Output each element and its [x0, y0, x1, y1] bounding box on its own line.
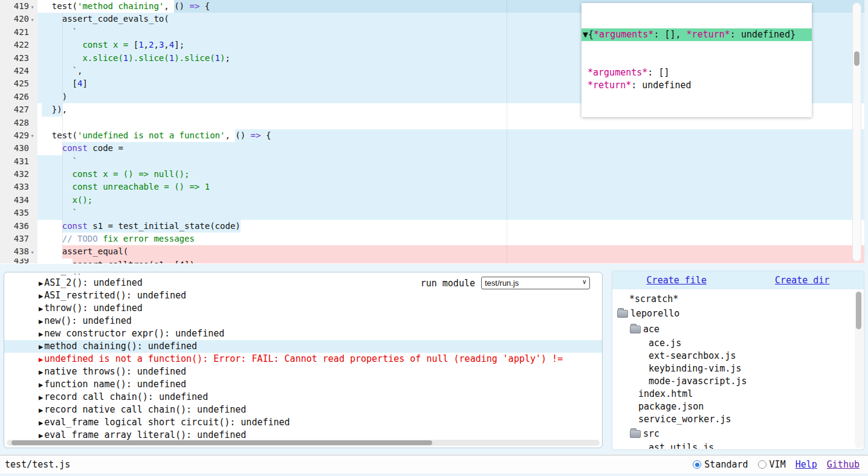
test-log-row[interactable]: ▶ASI_restrited(): undefined [4, 289, 602, 302]
fold-arrow-icon[interactable]: ▾ [30, 4, 34, 10]
test-log-row[interactable]: ▶native throws(): undefined [4, 365, 602, 378]
code-line[interactable]: 432 const x = () => null(); [0, 168, 864, 181]
test-log-row[interactable]: ▶throw(): undefined [4, 302, 602, 315]
help-link[interactable]: Help [795, 459, 817, 470]
editor-scrollbar-thumb[interactable] [854, 51, 860, 66]
files-panel: Create file Create dir *scratch*leporell… [612, 271, 864, 450]
expand-triangle-icon[interactable]: ▶ [39, 393, 43, 402]
gutter-line-number[interactable]: 429▾ [0, 129, 37, 142]
tree-folder[interactable]: ace [612, 321, 855, 337]
code-line[interactable]: 437 // TODO fix error messages [0, 233, 864, 245]
tree-file[interactable]: *scratch* [612, 293, 855, 306]
code-line[interactable]: 433 const unreachable = () => 1 [0, 181, 864, 193]
gutter-line-number[interactable]: 437 [0, 233, 37, 245]
test-log-row[interactable]: ▶undefined is not a function(): Error: F… [4, 353, 602, 365]
test-log-row[interactable]: ▶record native call chain(): undefined [4, 404, 602, 416]
tree-folder[interactable]: src [612, 426, 855, 442]
gutter-line-number[interactable]: 431 [0, 155, 37, 168]
code-editor[interactable]: 419▾ test('method chaining', () => {420▾… [0, 0, 864, 264]
test-log-row[interactable]: ▶method chaining(): undefined [4, 340, 602, 353]
expand-triangle-icon[interactable]: ▶ [39, 292, 43, 300]
fold-arrow-icon[interactable]: ▾ [30, 249, 34, 256]
gutter-line-number[interactable]: 427 [0, 103, 37, 116]
standard-radio[interactable] [693, 460, 701, 469]
tree-folder[interactable]: leporello [612, 306, 855, 321]
expand-triangle-icon[interactable]: ▶ [39, 330, 43, 338]
expand-triangle-icon[interactable]: ▶ [39, 279, 43, 288]
code-line[interactable]: 439 assert_calltree(s1, [4]) [0, 259, 864, 263]
vim-radio[interactable] [758, 460, 766, 469]
gutter-line-number[interactable]: 421 [0, 26, 37, 39]
tree-file[interactable]: keybinding-vim.js [612, 362, 855, 375]
gutter-line-number[interactable]: 436 [0, 220, 37, 233]
test-log-row[interactable]: ▶eval_frame logical short circuit(): und… [4, 416, 602, 429]
tree-file[interactable]: ast_utils.js [612, 442, 855, 449]
gutter-line-number[interactable]: 424 [0, 65, 37, 77]
code-line[interactable]: 430 const code = [0, 142, 864, 155]
tree-file[interactable]: ext-searchbox.js [612, 350, 855, 362]
create-dir-link[interactable]: Create dir [775, 275, 829, 286]
gutter-line-number[interactable]: 434 [0, 194, 37, 207]
gutter-line-number[interactable]: 426 [0, 91, 37, 103]
gutter-line-number[interactable]: 430 [0, 142, 37, 155]
vim-mode-option[interactable]: VIM [758, 459, 786, 470]
files-scrollbar-thumb[interactable] [856, 292, 861, 329]
test-output-panel: run module test/run.js ∨ ▶ASI_1(): undef… [4, 272, 603, 448]
folder-icon [630, 326, 641, 333]
run-module-select[interactable]: test/run.js [481, 277, 590, 289]
code-line[interactable]: 435 ` [0, 207, 864, 219]
gutter-line-number[interactable]: 432 [0, 168, 37, 181]
tooltip-header[interactable]: ▼{*arguments*: [], *return*: undefined} [581, 28, 812, 41]
expand-triangle-icon[interactable]: ▶ [39, 343, 43, 351]
expand-triangle-icon[interactable]: ▶ [39, 274, 43, 275]
code-line[interactable]: 431 ` [0, 155, 864, 168]
tree-file[interactable]: index.html [612, 388, 855, 400]
gutter-line-number[interactable]: 422 [0, 39, 37, 51]
gutter-line-number[interactable]: 420▾ [0, 13, 37, 25]
tree-file[interactable]: mode-javascript.js [612, 375, 855, 388]
test-log-row[interactable]: ▶function name(): undefined [4, 378, 602, 391]
gutter-line-number[interactable]: 425 [0, 77, 37, 90]
gutter-line-number[interactable]: 433 [0, 181, 37, 193]
tree-file[interactable]: package.json [612, 400, 855, 413]
expand-triangle-icon[interactable]: ▶ [39, 317, 43, 326]
expand-triangle-icon[interactable]: ▶ [39, 419, 43, 427]
test-log-list: ▶ASI_1(): undefined▶ASI_2(): undefined▶A… [4, 274, 602, 442]
editor-vertical-scrollbar[interactable] [852, 2, 861, 262]
tooltip-row[interactable]: *arguments*: [] [581, 66, 812, 79]
log-horizontal-scrollbar[interactable] [7, 440, 600, 446]
code-line[interactable]: 434 x(); [0, 194, 864, 207]
expand-triangle-icon[interactable]: ▶ [39, 406, 43, 414]
gutter-line-number[interactable]: 439 [0, 259, 37, 263]
github-link[interactable]: Github [827, 459, 860, 470]
test-log-row[interactable]: ▶new constructor expr(): undefined [4, 327, 602, 340]
gutter-line-number[interactable]: 419▾ [0, 0, 37, 13]
expand-triangle-icon[interactable]: ▶ [39, 304, 43, 313]
expand-triangle-icon[interactable]: ▶ [39, 355, 43, 364]
gutter-line-number[interactable]: 435 [0, 207, 37, 219]
tree-file[interactable]: ace.js [612, 337, 855, 350]
fold-arrow-icon[interactable]: ▾ [30, 16, 34, 23]
expand-triangle-icon[interactable]: ▶ [39, 368, 43, 376]
test-log-row[interactable]: ▶record call chain(): undefined [4, 391, 602, 404]
tree-file[interactable]: service_worker.js [612, 413, 855, 426]
expand-triangle-icon[interactable]: ▶ [39, 381, 43, 389]
tooltip-row[interactable]: *return*: undefined [581, 79, 812, 92]
create-file-link[interactable]: Create file [647, 275, 707, 286]
gutter-line-number[interactable]: 438▾ [0, 245, 37, 258]
code-line[interactable]: 429▾ test('undefined is not a function',… [0, 129, 864, 142]
test-log-row[interactable]: ▶new(): undefined [4, 315, 602, 327]
gutter-line-number[interactable]: 428 [0, 117, 37, 129]
gutter-line-number[interactable]: 423 [0, 52, 37, 65]
log-scrollbar-thumb[interactable] [11, 440, 432, 445]
code-line[interactable]: 428 [0, 117, 864, 129]
folder-icon [630, 430, 641, 438]
code-line[interactable]: 438▾ assert_equal( [0, 245, 864, 258]
expand-triangle-icon[interactable]: ▶ [39, 431, 43, 440]
status-bar: test/test.js Standard VIM Help Github [0, 455, 868, 474]
code-line[interactable]: 436 const s1 = test_initial_state(code) [0, 220, 864, 233]
tooltip-body: *arguments*: []*return*: undefined [581, 66, 812, 92]
files-vertical-scrollbar[interactable] [855, 291, 863, 448]
fold-arrow-icon[interactable]: ▾ [30, 132, 34, 139]
standard-mode-option[interactable]: Standard [693, 459, 748, 470]
